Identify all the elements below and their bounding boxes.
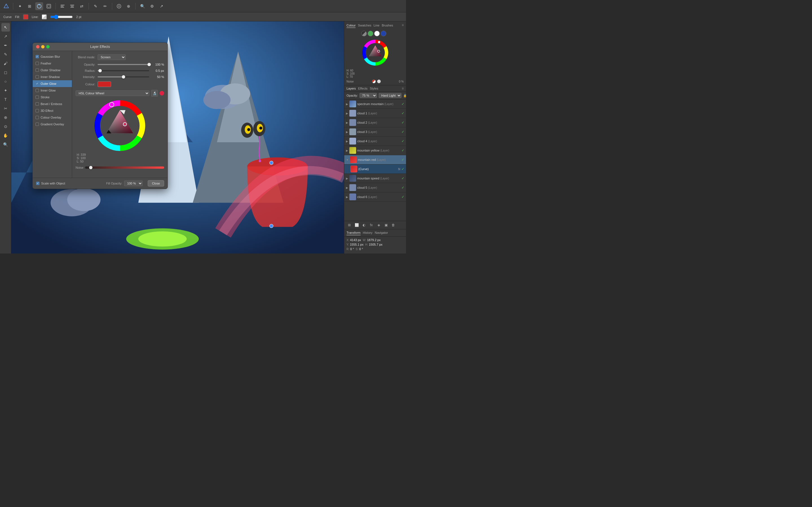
layer-visibility-spectrum[interactable]: ✓ xyxy=(402,102,404,106)
layer-mountain-yellow[interactable]: ▶ mountain yellow (Layer) ✓ xyxy=(344,146,406,155)
feather-checkbox[interactable] xyxy=(36,62,39,65)
align-left-icon[interactable] xyxy=(59,2,66,10)
layer-expand-arrow[interactable]: ▶ xyxy=(346,149,348,152)
panel-menu-icon[interactable]: ≡ xyxy=(402,23,404,28)
layer-spectrum-mountain[interactable]: ▶ spectrum mountain (Layer) ✓ xyxy=(344,100,406,109)
effect-outer-shadow[interactable]: Outer Shadow xyxy=(33,67,72,73)
opacity-slider[interactable] xyxy=(98,64,149,65)
transform-tab[interactable]: Transform xyxy=(347,230,361,235)
delete-layer-icon[interactable]: 🗑 xyxy=(391,222,396,228)
ellipse-tool[interactable]: ○ xyxy=(1,77,10,86)
new-icon[interactable]: ✦ xyxy=(16,2,24,10)
swatches-tab[interactable]: Swatches xyxy=(358,23,371,28)
add-pixel-icon[interactable]: ⬜ xyxy=(354,222,359,228)
canvas-area[interactable]: Layer Effects ✓ Gaussian Blur Feather O xyxy=(11,21,344,253)
layer-visibility-cloud3[interactable]: ✓ xyxy=(402,130,404,134)
hsl-wheel-svg[interactable] xyxy=(93,99,147,152)
effects-tab[interactable]: Effects xyxy=(358,87,367,90)
colour-tab[interactable]: Colour xyxy=(347,23,356,28)
stroke-checkbox[interactable] xyxy=(36,96,39,99)
inner-glow-checkbox[interactable] xyxy=(36,89,39,92)
hsl-color-wheel[interactable] xyxy=(93,99,147,152)
scale-with-object-checkbox[interactable]: ✓ xyxy=(36,182,40,185)
layer-visibility-mountain-speed[interactable]: ✓ xyxy=(402,176,404,180)
inner-shadow-checkbox[interactable] xyxy=(36,75,39,78)
layer-cloud-3[interactable]: ▶ cloud 3 (Layer) ✓ xyxy=(344,127,406,136)
layer-expand-arrow[interactable]: ▶ xyxy=(346,112,348,115)
zoom-icon[interactable]: ⊕ xyxy=(124,2,133,10)
layer-visibility-cloud2[interactable]: ✓ xyxy=(402,121,404,124)
search-icon[interactable]: 🔍 xyxy=(139,2,146,10)
line-tab[interactable]: Line xyxy=(373,23,379,28)
right-panel-color-wheel[interactable] xyxy=(361,39,389,67)
history-tab[interactable]: History xyxy=(363,230,372,235)
layer-cloud-4[interactable]: ▶ cloud 4 (Layer) ✓ xyxy=(344,136,406,146)
layer-mountain-speed[interactable]: ▶ mountain speed (Layer) ✓ xyxy=(344,174,406,183)
layer-cloud-5[interactable]: ▶ cloud 5 (Layer) ✓ xyxy=(344,183,406,192)
layer-cloud-2[interactable]: ▶ cloud 2 (Layer) ✓ xyxy=(344,118,406,127)
layers-opacity-select[interactable]: 75 % 100 % 50 % xyxy=(359,93,377,98)
maximize-window-dot[interactable] xyxy=(46,45,50,48)
fx-icon[interactable]: fx xyxy=(368,222,374,228)
layers-blend-select[interactable]: Hard Light Normal Multiply Screen xyxy=(378,93,402,98)
add-mask-icon[interactable]: ◐ xyxy=(361,222,367,228)
star-tool[interactable]: ✦ xyxy=(1,86,10,95)
align-center-icon[interactable] xyxy=(68,2,76,10)
pencil-icon[interactable]: ✏ xyxy=(101,2,109,10)
layer-visibility-mountain-red[interactable]: ✓ xyxy=(402,158,404,162)
white-swatch[interactable] xyxy=(374,31,380,36)
eyedropper-button[interactable]: 🔬 xyxy=(151,90,158,97)
effect-colour-overlay[interactable]: Colour Overlay xyxy=(33,114,72,121)
text-tool[interactable]: T xyxy=(1,95,10,104)
effect-3d[interactable]: 3D Effect xyxy=(33,107,72,114)
colour-swatch[interactable] xyxy=(98,81,111,87)
fill-opacity-select[interactable]: 100 % 75 % 50 % xyxy=(124,180,143,186)
pencil-tool[interactable]: ✎ xyxy=(1,50,10,59)
fill-color-box[interactable] xyxy=(23,14,28,19)
search-tool[interactable]: 🔍 xyxy=(1,140,10,149)
black-swatch[interactable] xyxy=(361,31,367,36)
effect-gradient-overlay[interactable]: Gradient Overlay xyxy=(33,121,72,128)
shape-tool[interactable]: ◻ xyxy=(1,68,10,76)
settings-icon[interactable]: ⚙ xyxy=(148,2,156,10)
gradient-overlay-checkbox[interactable] xyxy=(36,122,39,126)
effect-inner-shadow[interactable]: Inner Shadow xyxy=(33,73,72,80)
layer-visibility-cloud1[interactable]: ✓ xyxy=(402,111,404,115)
line-swatch[interactable] xyxy=(42,14,47,19)
noise-slider[interactable] xyxy=(85,166,164,169)
layer-mountain-red[interactable]: ▼ mountain red (Layer) ✓ xyxy=(344,155,406,165)
grid-icon[interactable]: ⊞ xyxy=(26,2,34,10)
effect-feather[interactable]: Feather xyxy=(33,60,72,67)
effect-inner-glow[interactable]: Inner Glow xyxy=(33,87,72,94)
layer-expand-arrow[interactable]: ▶ xyxy=(346,130,348,133)
navigator-tab[interactable]: Navigator xyxy=(375,230,388,235)
outer-glow-checkbox[interactable]: ✓ xyxy=(36,82,39,86)
layer-visibility-mountain-yellow[interactable]: ✓ xyxy=(402,149,404,152)
effect-outer-glow[interactable]: ✓ Outer Glow xyxy=(33,80,72,87)
node-tool[interactable]: ↗ xyxy=(1,32,10,41)
pen-icon[interactable]: ✎ xyxy=(92,2,100,10)
styles-tab[interactable]: Styles xyxy=(370,87,378,90)
layer-curve[interactable]: (Curve) fx ✓ xyxy=(344,165,406,174)
gaussian-blur-checkbox[interactable]: ✓ xyxy=(36,55,39,58)
add-adjustment-icon[interactable]: ◈ xyxy=(376,222,382,228)
layer-expand-arrow[interactable]: ▶ xyxy=(346,186,348,189)
share-icon[interactable]: ↗ xyxy=(158,2,165,10)
effect-stroke[interactable]: Stroke xyxy=(33,94,72,101)
close-window-dot[interactable] xyxy=(36,45,40,48)
color-model-select[interactable]: HSL Colour Wheel RGB Sliders CMYK Slider… xyxy=(75,91,149,96)
export-icon[interactable] xyxy=(45,2,53,10)
3d-effect-checkbox[interactable] xyxy=(36,109,39,112)
minimize-window-dot[interactable] xyxy=(41,45,45,48)
add-layer-icon[interactable]: ⊞ xyxy=(347,222,352,228)
layer-expand-arrow[interactable]: ▶ xyxy=(346,195,348,199)
close-button[interactable]: Close xyxy=(148,180,164,186)
transform-icon[interactable]: ⇄ xyxy=(78,2,86,10)
bevel-emboss-checkbox[interactable] xyxy=(36,102,39,106)
pan-tool[interactable]: ✋ xyxy=(1,131,10,140)
radius-slider[interactable] xyxy=(98,70,149,71)
blue-swatch[interactable] xyxy=(380,31,386,36)
layer-visibility-cloud5[interactable]: ✓ xyxy=(402,186,404,189)
lock-icon[interactable]: 🔒 xyxy=(403,94,406,98)
scissors-tool[interactable]: ✂ xyxy=(1,104,10,113)
